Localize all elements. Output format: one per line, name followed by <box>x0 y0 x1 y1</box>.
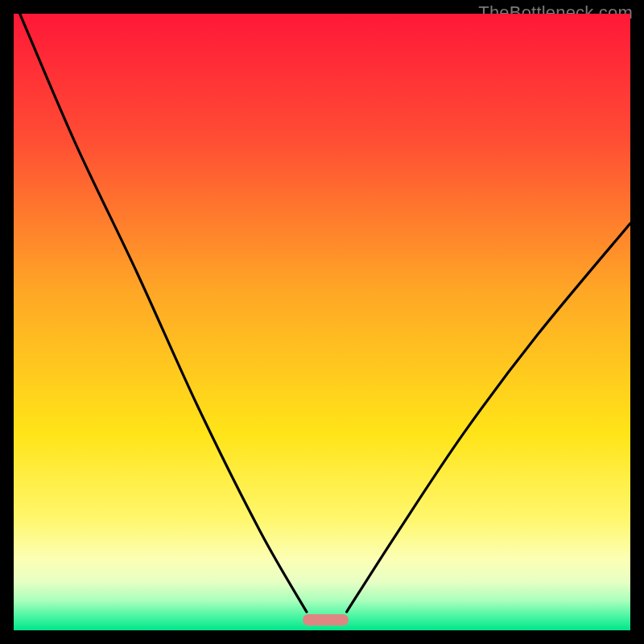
curve-layer <box>14 14 630 630</box>
chart-stage: TheBottleneck.com <box>0 0 644 644</box>
right-branch-curve <box>347 223 630 612</box>
plot-area <box>14 14 630 630</box>
left-branch-curve <box>20 14 307 612</box>
valley-marker <box>303 614 349 626</box>
